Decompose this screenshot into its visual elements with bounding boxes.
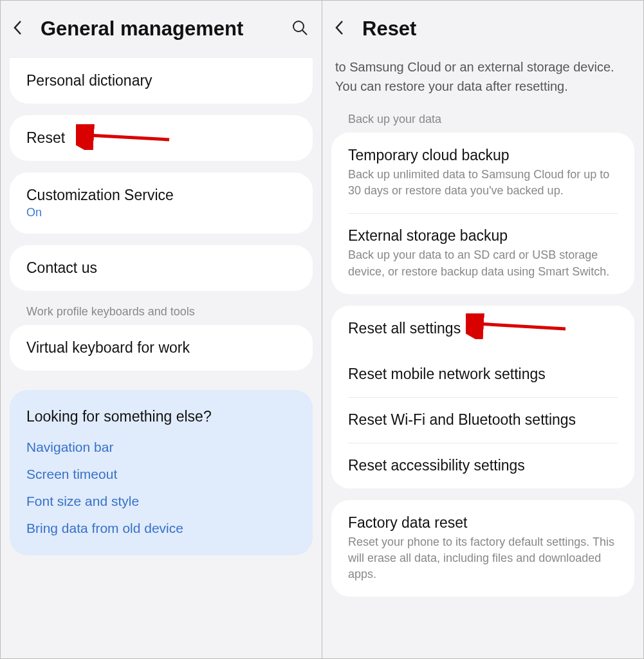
item-reset-all-settings[interactable]: Reset all settings: [331, 306, 634, 351]
chevron-left-icon: [335, 20, 344, 38]
svg-line-1: [302, 30, 307, 35]
item-reset-mobile-network[interactable]: Reset mobile network settings: [331, 351, 634, 397]
item-label: Reset mobile network settings: [348, 366, 618, 383]
group-reset: Reset: [10, 115, 313, 161]
suggestions-title: Looking for something else?: [26, 408, 296, 425]
section-label-backup: Back up your data: [331, 110, 634, 133]
item-label: Reset: [26, 129, 296, 147]
group-backup: Temporary cloud backup Back up unlimited…: [331, 133, 634, 294]
chevron-left-icon: [13, 20, 22, 38]
item-reset[interactable]: Reset: [10, 115, 313, 161]
group-resets: Reset all settings Reset mobile network …: [331, 306, 634, 488]
item-label: Reset accessibility settings: [348, 457, 618, 474]
item-label: Virtual keyboard for work: [26, 339, 296, 357]
item-desc: Back up your data to an SD card or USB s…: [348, 247, 618, 279]
item-label: Personal dictionary: [26, 72, 296, 89]
item-temp-cloud-backup[interactable]: Temporary cloud backup Back up unlimited…: [331, 133, 634, 213]
item-label: External storage backup: [348, 227, 618, 245]
group-customization: Customization Service On: [10, 172, 313, 234]
item-customization-service[interactable]: Customization Service On: [10, 172, 313, 234]
search-icon: [291, 19, 308, 39]
item-label: Reset all settings: [348, 320, 618, 337]
header: General management: [1, 1, 322, 57]
link-navigation-bar[interactable]: Navigation bar: [26, 440, 296, 455]
back-button[interactable]: [326, 16, 352, 42]
item-reset-wifi-bluetooth[interactable]: Reset Wi-Fi and Bluetooth settings: [331, 397, 634, 443]
item-label: Reset Wi-Fi and Bluetooth settings: [348, 411, 618, 429]
general-management-panel: General management Personal dictionary R…: [1, 1, 322, 658]
group-dictionary: Personal dictionary: [10, 57, 313, 104]
item-contact-us[interactable]: Contact us: [10, 245, 313, 291]
back-button[interactable]: [5, 16, 30, 42]
page-title: General management: [41, 17, 277, 41]
item-factory-data-reset[interactable]: Factory data reset Reset your phone to i…: [331, 500, 634, 597]
link-bring-data[interactable]: Bring data from old device: [26, 521, 296, 536]
link-font-size-style[interactable]: Font size and style: [26, 494, 296, 509]
group-work-keyboard: Virtual keyboard for work: [10, 325, 313, 371]
item-desc: Reset your phone to its factory default …: [348, 534, 618, 583]
item-desc: Back up unlimited data to Samsung Cloud …: [348, 167, 618, 199]
svg-point-0: [293, 21, 304, 32]
item-ext-storage-backup[interactable]: External storage backup Back up your dat…: [331, 213, 634, 293]
link-screen-timeout[interactable]: Screen timeout: [26, 467, 296, 482]
reset-panel: Reset to Samsung Cloud or an external st…: [322, 1, 643, 658]
search-button[interactable]: [287, 16, 313, 42]
section-label: Work profile keyboards and tools: [10, 302, 313, 325]
group-factory-reset: Factory data reset Reset your phone to i…: [331, 500, 634, 597]
header: Reset: [322, 1, 643, 57]
item-personal-dictionary[interactable]: Personal dictionary: [10, 58, 313, 104]
item-label: Customization Service: [26, 187, 296, 204]
group-contact: Contact us: [10, 245, 313, 291]
intro-text: to Samsung Cloud or an external storage …: [322, 57, 643, 110]
item-value: On: [26, 206, 296, 219]
suggestions-card: Looking for something else? Navigation b…: [10, 390, 313, 555]
item-virtual-keyboard[interactable]: Virtual keyboard for work: [10, 325, 313, 371]
item-label: Contact us: [26, 259, 296, 277]
item-reset-accessibility[interactable]: Reset accessibility settings: [331, 443, 634, 488]
item-label: Temporary cloud backup: [348, 147, 618, 164]
page-title: Reset: [362, 17, 634, 41]
item-label: Factory data reset: [348, 514, 618, 532]
